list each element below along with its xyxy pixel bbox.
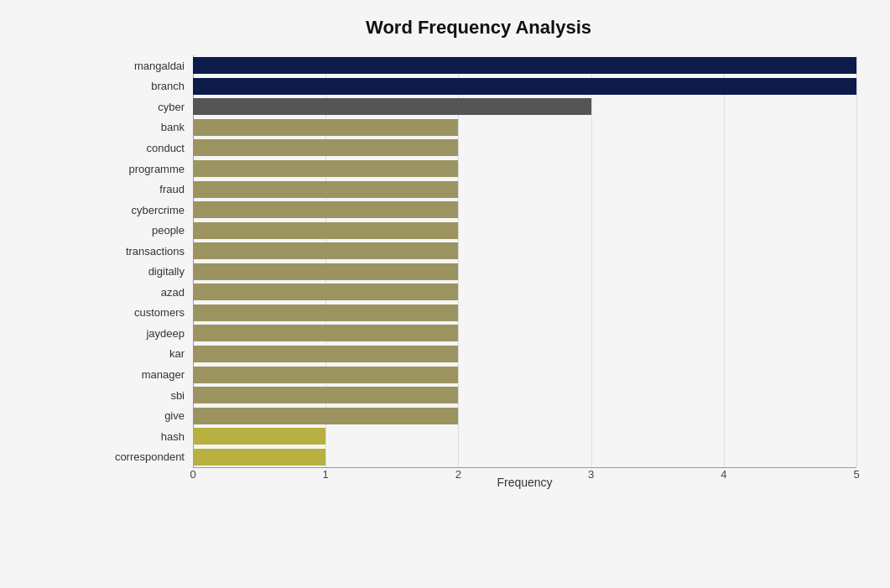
bar-row: cyber [101,96,856,117]
bar-label: cyber [101,101,193,113]
bar-track [193,303,856,324]
bar-row: correspondent [101,446,856,467]
bar-fill [193,346,458,362]
bar-track [193,241,856,262]
bar-label: sbi [101,389,193,402]
bar-row: mangaldai [101,55,856,76]
bar-fill [193,181,458,198]
bar-track [193,282,856,303]
bar-track [193,96,856,117]
bar-row: hash [101,426,856,447]
x-tick-label: 2 [455,468,461,481]
bar-label: bank [101,121,193,133]
bar-track [193,159,856,180]
bar-track [193,55,856,76]
bar-row: transactions [101,241,856,262]
bar-fill [193,160,458,177]
bar-track [193,220,856,241]
bar-label: transactions [101,245,193,258]
bar-fill [193,263,458,280]
bar-fill [193,284,458,300]
bar-row: give [101,405,856,426]
bar-row: digitally [101,262,856,283]
bar-row: manager [101,364,856,385]
bar-fill [193,139,458,156]
bar-row: jaydeep [101,323,856,344]
bar-row: sbi [101,385,856,406]
bar-fill [193,201,458,218]
chart-title: Word Frequency Analysis [101,17,856,39]
bar-track [193,323,856,344]
bar-fill [193,408,458,424]
x-axis: 012345 Frequency [193,467,856,509]
bar-row: kar [101,344,856,365]
x-tick-label: 5 [853,468,859,481]
bar-track [193,200,856,221]
bar-label: jaydeep [101,327,193,340]
bar-track [193,117,856,138]
bar-label: conduct [101,142,193,154]
bar-fill [193,367,458,383]
bar-label: correspondent [101,450,193,463]
bar-track [193,385,856,406]
bar-label: customers [101,306,193,319]
bar-label: cybercrime [101,204,193,216]
x-tick-label: 4 [721,468,726,481]
bar-row: customers [101,303,856,324]
bar-track [193,426,856,447]
bar-fill [193,57,856,74]
bar-track [193,446,856,467]
bar-fill [193,304,458,321]
bar-track [193,364,856,385]
bar-row: cybercrime [101,200,856,221]
bar-label: digitally [101,265,193,278]
bar-fill [193,387,458,403]
bar-fill [193,78,856,95]
bar-row: bank [101,117,856,138]
bar-row: conduct [101,138,856,159]
bars-section: mangaldaibranchcyberbankconductprogramme… [101,55,856,467]
bar-fill [193,449,325,466]
x-tick-label: 0 [190,468,195,481]
bar-label: fraud [101,183,193,195]
chart-container: Word Frequency Analysis mangaldaibranchc… [0,0,890,588]
bar-row: azad [101,282,856,303]
bar-track [193,262,856,283]
bar-fill [193,325,458,341]
bar-fill [193,119,458,136]
bar-track [193,138,856,159]
x-tick-label: 3 [588,468,594,481]
bar-row: branch [101,76,856,97]
bar-row: fraud [101,179,856,200]
bar-label: give [101,409,193,422]
bar-fill [193,98,591,115]
x-tick-label: 1 [323,468,329,481]
grid-line [856,55,857,467]
bar-fill [193,428,325,445]
bar-track [193,405,856,426]
x-axis-label: Frequency [193,476,856,489]
bar-label: mangaldai [101,60,193,72]
bar-track [193,76,856,97]
bar-track [193,344,856,365]
bar-track [193,179,856,200]
bar-fill [193,242,458,259]
bar-fill [193,222,458,239]
bar-row: programme [101,159,856,180]
bar-label: hash [101,430,193,443]
bar-label: azad [101,286,193,299]
bar-label: kar [101,347,193,360]
bar-label: programme [101,163,193,175]
bar-row: people [101,220,856,241]
bar-label: manager [101,368,193,381]
bar-label: people [101,224,193,237]
bar-label: branch [101,80,193,92]
